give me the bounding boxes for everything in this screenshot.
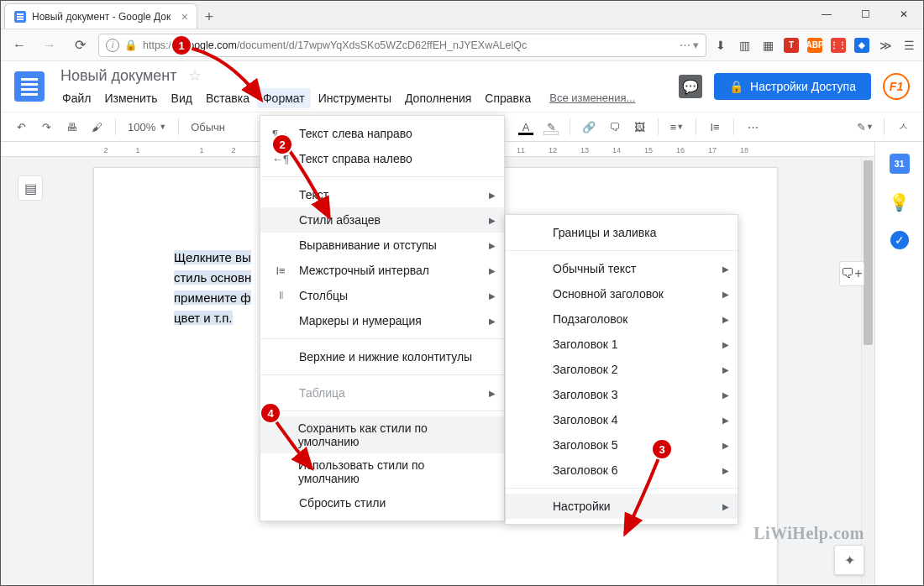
more-button[interactable]: ⋯: [743, 117, 763, 137]
download-icon[interactable]: ⬇: [713, 38, 728, 53]
avatar[interactable]: F1: [883, 73, 910, 100]
ruler-mark: 2: [103, 146, 108, 154]
document-title[interactable]: Новый документ: [56, 65, 181, 86]
tab-close-icon[interactable]: ×: [181, 10, 188, 24]
reload-button[interactable]: ⟳: [68, 34, 92, 57]
text-color-button[interactable]: A: [516, 117, 536, 137]
lock-icon: 🔒: [124, 39, 138, 51]
window-close-button[interactable]: ✕: [885, 0, 923, 29]
menu-item[interactable]: Заголовок 6▶: [506, 458, 738, 483]
add-comment-button[interactable]: 🗨+: [839, 261, 864, 286]
menu-item-label: Маркеры и нумерация: [299, 314, 422, 327]
menu-item[interactable]: I≡Межстрочный интервал▶: [260, 258, 504, 283]
menu-item[interactable]: Использовать стили по умолчанию: [260, 453, 504, 490]
ruler-mark: 11: [517, 146, 525, 154]
vertical-scrollbar[interactable]: [861, 157, 874, 585]
tasks-icon[interactable]: ✓: [890, 231, 909, 249]
insert-comment-button[interactable]: 🗨: [604, 117, 624, 137]
docs-header: Новый документ ☆ Файл Изменить Вид Встав…: [1, 61, 923, 112]
menu-item[interactable]: Сбросить стили: [260, 490, 504, 515]
menu-item[interactable]: Настройки▶: [506, 494, 738, 519]
menu-item-label: Верхние и нижние колонтитулы: [299, 350, 472, 364]
browser-tab[interactable]: Новый документ - Google Док ×: [4, 3, 197, 29]
insert-link-button[interactable]: 🔗: [579, 117, 599, 137]
menu-item[interactable]: Подзаголовок▶: [506, 306, 738, 332]
redo-button[interactable]: ↷: [36, 117, 56, 137]
menu-item[interactable]: Заголовок 3▶: [506, 382, 738, 407]
submenu-arrow-icon: ▶: [722, 290, 729, 299]
editing-mode-button[interactable]: ✎▼: [855, 117, 875, 137]
menu-icon[interactable]: ☰: [901, 38, 916, 53]
menu-file[interactable]: Файл: [56, 88, 97, 108]
submenu-arrow-icon: ▶: [722, 365, 729, 374]
browser-titlebar: Новый документ - Google Док × + — ☐ ✕: [1, 1, 923, 29]
menu-insert[interactable]: Вставка: [200, 88, 255, 108]
share-button[interactable]: 🔒 Настройки Доступа: [714, 73, 871, 100]
ext-red-icon[interactable]: ⋮⋮: [831, 38, 846, 53]
ext-t-icon[interactable]: T: [784, 38, 799, 53]
menu-item[interactable]: Заголовок 2▶: [506, 357, 738, 382]
menu-view[interactable]: Вид: [165, 88, 198, 108]
menu-format[interactable]: Формат: [257, 88, 311, 108]
menu-edit[interactable]: Изменить: [98, 88, 163, 108]
line-spacing-button[interactable]: I≡: [705, 117, 725, 137]
comments-button[interactable]: 💬: [679, 75, 702, 98]
zoom-select[interactable]: 100%▼: [124, 119, 170, 135]
menu-item[interactable]: Границы и заливка: [506, 220, 738, 245]
menu-item[interactable]: Стили абзацев▶: [260, 207, 504, 233]
print-button[interactable]: 🖶: [61, 117, 81, 137]
ext-blue-icon[interactable]: ◆: [854, 38, 869, 53]
window-minimize-button[interactable]: —: [807, 0, 846, 29]
menu-item[interactable]: Маркеры и нумерация▶: [260, 308, 504, 333]
menu-help[interactable]: Справка: [479, 88, 537, 108]
changes-saved-link[interactable]: Все изменения...: [543, 88, 641, 108]
menu-item[interactable]: Выравнивание и отступы▶: [260, 233, 504, 258]
sidebar-icon[interactable]: ▦: [760, 38, 775, 53]
menu-item[interactable]: ←¶Текст справа налево: [260, 146, 504, 171]
hide-menus-button[interactable]: ㅅ: [893, 117, 913, 137]
menu-item[interactable]: Обычный текст▶: [506, 256, 738, 281]
highlight-button[interactable]: ✎: [541, 117, 561, 137]
menu-item[interactable]: Текст▶: [260, 182, 504, 207]
menu-item[interactable]: ⦀Столбцы▶: [260, 283, 504, 308]
share-label: Настройки Доступа: [750, 80, 856, 93]
menu-item-label: Использовать стили по умолчанию: [298, 458, 479, 485]
star-icon[interactable]: ☆: [188, 66, 202, 85]
menu-item[interactable]: Заголовок 1▶: [506, 332, 738, 357]
menu-item[interactable]: Сохранить как стили по умолчанию: [260, 416, 504, 453]
menu-item[interactable]: ¶→Текст слева направо: [260, 121, 504, 146]
menu-addons[interactable]: Дополнения: [399, 88, 477, 108]
keep-icon[interactable]: 💡: [890, 192, 910, 212]
menu-item[interactable]: Заголовок 4▶: [506, 407, 738, 432]
outline-toggle-button[interactable]: ▤: [18, 175, 43, 201]
undo-button[interactable]: ↶: [11, 117, 31, 137]
menu-item[interactable]: Заголовок 5▶: [506, 432, 738, 458]
back-button[interactable]: ←: [8, 34, 31, 57]
submenu-arrow-icon: ▶: [489, 389, 496, 398]
ruler-mark: 17: [708, 146, 717, 154]
align-button[interactable]: ≡▼: [667, 117, 687, 137]
docs-logo-icon[interactable]: [14, 71, 45, 102]
menu-tools[interactable]: Инструменты: [312, 88, 397, 108]
explore-button[interactable]: ✦: [834, 545, 864, 575]
submenu-arrow-icon: ▶: [722, 315, 729, 324]
insert-image-button[interactable]: 🖼: [629, 117, 649, 137]
ruler-mark: 18: [740, 146, 748, 154]
dropdown-icon[interactable]: ⋯ ▾: [680, 39, 699, 51]
calendar-icon[interactable]: 31: [890, 154, 910, 174]
menu-item[interactable]: Основной заголовок▶: [506, 281, 738, 306]
forward-button[interactable]: →: [38, 34, 61, 57]
window-maximize-button[interactable]: ☐: [846, 0, 885, 29]
overflow-icon[interactable]: ≫: [878, 38, 893, 53]
paint-format-button[interactable]: 🖌: [87, 117, 107, 137]
paragraph-style-select[interactable]: Обычн: [187, 119, 228, 135]
site-info-icon[interactable]: i: [106, 39, 119, 52]
library-icon[interactable]: ▥: [737, 38, 752, 53]
ext-abp-icon[interactable]: ABP: [807, 38, 822, 53]
ruler-mark: 16: [676, 146, 685, 154]
menu-item[interactable]: Верхние и нижние колонтитулы: [260, 344, 504, 369]
new-tab-button[interactable]: +: [197, 5, 221, 29]
submenu-arrow-icon: ▶: [489, 317, 496, 326]
submenu-arrow-icon: ▶: [489, 191, 496, 200]
document-text[interactable]: Щелкните вы стиль основн примените ф цве…: [174, 248, 251, 328]
